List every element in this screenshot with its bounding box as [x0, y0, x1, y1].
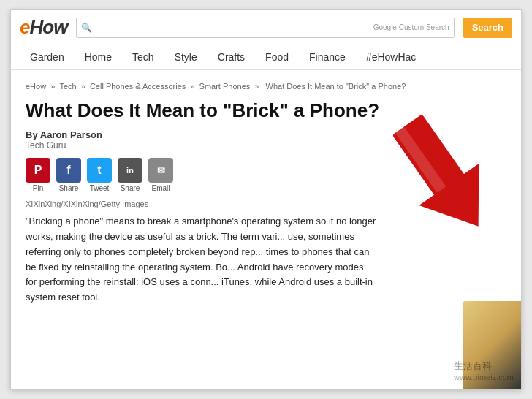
tweet-button[interactable]: t Tweet — [87, 158, 112, 192]
search-bar[interactable]: 🔍 Google Custom Search — [76, 18, 454, 38]
breadcrumb: eHow » Tech » Cell Phones & Accessories … — [26, 82, 506, 91]
share-icon: in — [118, 158, 142, 183]
share-button[interactable]: in Share — [118, 158, 142, 192]
nav-home[interactable]: Home — [75, 45, 122, 69]
search-input[interactable] — [95, 22, 370, 33]
pin-label: Pin — [33, 184, 43, 192]
image-credit: XIXinXing/XIXinXing/Getty Images — [26, 200, 506, 208]
nav-style[interactable]: Style — [164, 45, 208, 69]
search-icon: 🔍 — [81, 23, 92, 33]
author-name: By Aaron Parson — [26, 129, 506, 140]
nav-bar: Garden Home Tech Style Crafts Food Finan… — [11, 45, 521, 70]
social-buttons: P Pin f Share t Tweet in Share ✉ Email — [26, 158, 506, 192]
nav-tech[interactable]: Tech — [122, 45, 164, 69]
author-role: Tech Guru — [26, 140, 506, 151]
nav-food[interactable]: Food — [255, 45, 299, 69]
watermark: 生活百科 www.bimeiz.com — [454, 360, 514, 381]
share-facebook-button[interactable]: f Share — [56, 158, 81, 192]
pin-button[interactable]: P Pin — [26, 158, 50, 192]
nav-ehow-hac[interactable]: #eHowHac — [356, 45, 426, 69]
article-title: What Does It Mean to "Brick" a Phone? — [26, 99, 506, 122]
nav-crafts[interactable]: Crafts — [208, 45, 255, 69]
pinterest-icon: P — [26, 158, 50, 183]
twitter-icon: t — [87, 158, 112, 183]
search-button[interactable]: Search — [463, 18, 512, 38]
browser-frame: eHow 🔍 Google Custom Search Search Garde… — [10, 10, 522, 390]
facebook-icon: f — [56, 158, 81, 183]
share-label: Share — [121, 184, 140, 192]
nav-finance[interactable]: Finance — [299, 45, 356, 69]
share-facebook-label: Share — [59, 184, 79, 192]
google-label: Google Custom Search — [373, 23, 449, 31]
article-body: "Bricking a phone" means to break a smar… — [26, 214, 376, 305]
email-icon: ✉ — [148, 158, 173, 183]
ehow-logo[interactable]: eHow — [20, 16, 67, 39]
content-area: eHow » Tech » Cell Phones & Accessories … — [11, 70, 521, 389]
nav-garden[interactable]: Garden — [20, 45, 75, 69]
email-button[interactable]: ✉ Email — [148, 158, 173, 192]
watermark-url: www.bimeiz.com — [454, 373, 514, 381]
watermark-cn-text: 生活百科 — [454, 360, 514, 373]
header: eHow 🔍 Google Custom Search Search — [11, 10, 521, 45]
tweet-label: Tweet — [90, 184, 110, 192]
email-label: Email — [151, 184, 170, 192]
